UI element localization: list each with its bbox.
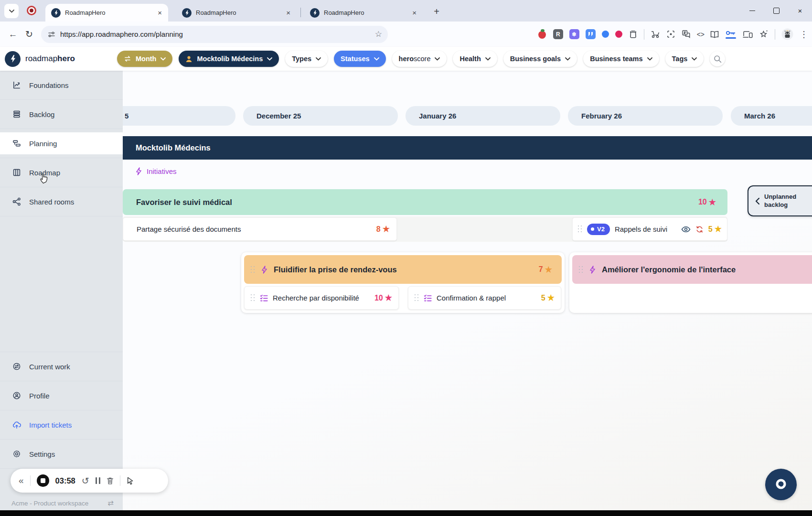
timeline-month: January 26 xyxy=(406,106,560,126)
site-settings-icon[interactable] xyxy=(48,31,55,38)
sidebar-item-settings[interactable]: Settings xyxy=(0,443,123,469)
lightning-icon xyxy=(589,266,596,274)
search-button[interactable] xyxy=(710,51,725,66)
window-minimize-button[interactable] xyxy=(740,0,764,22)
heroscore-dropdown[interactable]: heroscore xyxy=(392,51,447,67)
workspace-name: Acme - Product workspace xyxy=(11,500,88,507)
sidebar-item-planning[interactable]: Planning xyxy=(0,132,123,158)
card-recherche-disponibilite[interactable]: Recherche par disponibilité 10★ xyxy=(244,286,399,310)
sidebar-item-label: Planning xyxy=(29,140,57,148)
code-icon[interactable]: < > xyxy=(697,31,704,38)
address-bar[interactable]: https://app.roadmaphero.com/planning ☆ xyxy=(41,26,388,43)
sidebar-item-import-tickets[interactable]: Import tickets xyxy=(0,414,123,440)
password-manager-icon[interactable] xyxy=(726,30,736,39)
extensions-menu-icon[interactable] xyxy=(629,30,638,39)
unplanned-backlog-toggle[interactable]: Unplanned backlog xyxy=(748,185,812,216)
cloud-upload-icon xyxy=(12,421,21,429)
sidebar-item-profile[interactable]: Profile xyxy=(0,385,123,410)
business-goals-dropdown[interactable]: Business goals xyxy=(503,51,577,67)
initiative-bar-rendez-vous[interactable]: Fluidifier la prise de rendez-vous 7★ xyxy=(244,255,562,284)
reading-list-icon[interactable] xyxy=(710,31,719,38)
drag-handle-icon[interactable] xyxy=(579,266,583,273)
sidebar-item-foundations[interactable]: Foundations xyxy=(0,74,123,100)
sparkle-star-icon[interactable] xyxy=(759,30,769,39)
ext-chat-icon[interactable] xyxy=(586,29,596,39)
chevron-down-icon xyxy=(485,57,491,61)
drag-handle-icon[interactable] xyxy=(578,226,582,233)
tab-close-icon[interactable]: × xyxy=(285,9,292,16)
back-button[interactable]: ← xyxy=(5,26,21,43)
collapse-toolbar-button[interactable]: « xyxy=(19,475,24,486)
sidebar-item-label: Profile xyxy=(29,392,50,400)
initiative-bar-ergonomie[interactable]: Améliorer l'ergonomie de l'interface xyxy=(572,255,812,284)
browser-tab-3[interactable]: RoadmapHero × xyxy=(304,4,423,22)
sync-icon[interactable] xyxy=(695,226,704,233)
statuses-dropdown[interactable]: Statuses xyxy=(334,51,385,67)
toolbar-divider xyxy=(775,29,775,40)
sidebar-item-shared-rooms[interactable]: Shared rooms xyxy=(0,191,123,216)
browser-tab-2[interactable]: RoadmapHero × xyxy=(176,4,297,22)
card-score: 5★ xyxy=(708,225,722,234)
sidebar-item-roadmap[interactable]: Roadmap xyxy=(0,161,123,187)
app-name: roadmaphero xyxy=(25,54,75,64)
initiative-group-rendez-vous: Fluidifier la prise de rendez-vous 7★ Re… xyxy=(241,252,565,313)
tab-divider xyxy=(300,8,301,17)
stop-recording-button[interactable] xyxy=(37,474,49,487)
reload-button[interactable]: ↻ xyxy=(21,26,37,43)
version-badge: V2 xyxy=(587,224,610,235)
tags-dropdown[interactable]: Tags xyxy=(665,51,704,67)
card-partage-securise[interactable]: Partage sécurisé des documents 8★ xyxy=(123,217,397,241)
workspace-switcher[interactable]: Acme - Product workspace ⇄ xyxy=(11,499,114,507)
health-dropdown[interactable]: Health xyxy=(453,51,497,67)
sidebar-item-backlog[interactable]: Backlog xyxy=(0,103,123,129)
initiative-bar-suivi-medical[interactable]: Favoriser le suivi médical 10★ xyxy=(123,189,727,215)
roadmaphero-favicon xyxy=(310,8,320,18)
profile-avatar[interactable] xyxy=(781,28,793,40)
drag-handle-icon[interactable] xyxy=(251,266,255,273)
url-text[interactable]: https://app.roadmaphero.com/planning xyxy=(60,30,370,38)
view-granularity-dropdown[interactable]: Month xyxy=(117,51,172,67)
drag-handle-icon[interactable] xyxy=(251,294,255,301)
tab-close-icon[interactable]: × xyxy=(411,9,418,16)
tab-search-button[interactable] xyxy=(4,4,19,18)
screen-bottom-edge xyxy=(0,510,812,516)
sidebar-item-current-work[interactable]: Current work xyxy=(0,352,123,381)
pause-recording-button[interactable] xyxy=(96,477,100,484)
browser-tab-1[interactable]: RoadmapHero × xyxy=(45,4,168,22)
card-confirmation-rappel[interactable]: Confirmation & rappel 5★ xyxy=(408,286,561,310)
chat-widget-button[interactable] xyxy=(765,469,797,500)
star-icon: ★ xyxy=(715,225,722,233)
ext-cart-icon[interactable] xyxy=(651,30,660,38)
lightning-icon xyxy=(135,167,142,175)
cursor-tool-button[interactable] xyxy=(127,477,134,485)
tab-close-icon[interactable]: × xyxy=(156,9,163,16)
bookmark-star-icon[interactable]: ☆ xyxy=(375,29,382,39)
team-dropdown[interactable]: Mocktolib Médecins xyxy=(179,51,279,67)
new-tab-button[interactable]: + xyxy=(430,5,443,18)
drag-handle-icon[interactable] xyxy=(415,294,419,301)
delete-recording-button[interactable] xyxy=(107,477,114,485)
browser-menu-icon[interactable]: ⋮ xyxy=(800,29,808,40)
chevron-down-icon xyxy=(435,57,440,61)
ext-blue-dot-icon[interactable] xyxy=(602,31,609,38)
eye-icon[interactable] xyxy=(681,226,691,233)
ext-strawberry-icon[interactable] xyxy=(538,29,547,39)
app-logo[interactable]: roadmaphero xyxy=(0,51,117,67)
card-score: 8★ xyxy=(376,225,390,234)
chart-icon xyxy=(12,81,21,89)
window-maximize-button[interactable] xyxy=(764,0,788,22)
business-teams-dropdown[interactable]: Business teams xyxy=(583,51,659,67)
restart-recording-button[interactable]: ↺ xyxy=(82,475,89,486)
ext-snowflake-icon[interactable]: ❄ xyxy=(569,29,579,39)
ext-red-dot-icon[interactable] xyxy=(615,31,622,38)
window-controls: × xyxy=(740,0,812,22)
initiatives-section-toggle[interactable]: Initiatives xyxy=(135,165,177,177)
translate-icon[interactable] xyxy=(682,30,691,39)
window-close-button[interactable]: × xyxy=(788,0,812,22)
screen-capture-icon[interactable] xyxy=(666,30,675,39)
card-rappels-de-suivi[interactable]: V2 Rappels de suivi 5★ xyxy=(572,217,727,241)
chevron-down-icon xyxy=(267,57,272,61)
ext-r-icon[interactable]: R xyxy=(553,29,563,39)
devices-icon[interactable] xyxy=(742,30,753,38)
types-dropdown[interactable]: Types xyxy=(285,51,328,67)
